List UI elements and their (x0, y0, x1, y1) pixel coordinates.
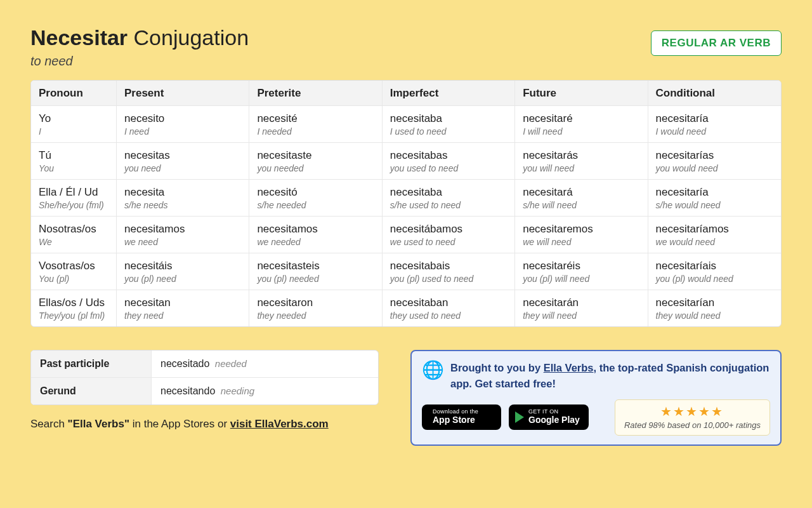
conjugation-cell: necesitanthey need (117, 290, 249, 326)
conjugation-cell: necesitaronthey needed (249, 290, 382, 326)
column-header: Preterite (249, 81, 382, 106)
conjugation-cell: necesitarás/he will need (515, 180, 648, 217)
conjugation-cell: necesitabasyou used to need (383, 143, 515, 180)
conjugation-cell: necesitaríaI would need (648, 106, 781, 143)
gerund-label: Gerund (31, 378, 152, 404)
column-header: Conditional (648, 81, 781, 106)
play-icon (515, 411, 524, 423)
conjugation-cell: necesitaríaisyou (pl) would need (648, 253, 781, 290)
conjugation-cell: necesitábamoswe used to need (383, 217, 515, 253)
pronoun-cell: TúYou (31, 143, 117, 180)
conjugation-cell: necesitasteyou needed (249, 143, 382, 180)
conjugation-cell: necesitabaisyou (pl) used to need (383, 253, 515, 290)
globe-icon: 🌐 (422, 361, 444, 379)
verb-name: Necesitar (30, 25, 128, 50)
conjugation-cell: necesitarásyou will need (515, 143, 648, 180)
pronoun-cell: Vosotras/osYou (pl) (31, 253, 117, 290)
promo-text: Brought to you by Ella Verbs, the top-ra… (450, 360, 770, 392)
conjugation-cell: necesitaréI will need (515, 106, 648, 143)
pronoun-cell: YoI (31, 106, 117, 143)
table-row: Ellas/os / UdsThey/you (pl fml)necesitan… (31, 290, 781, 326)
conjugation-cell: necesitaríasyou would need (648, 143, 781, 180)
page-title: Necesitar Conjugation (30, 25, 249, 50)
rating-text: Rated 98% based on 10,000+ ratings (624, 420, 761, 430)
google-play-button[interactable]: GET IT ONGoogle Play (509, 404, 589, 430)
column-header: Future (515, 81, 648, 106)
conjugation-cell: necesitamoswe need (117, 217, 249, 253)
rating-box: ★★★★★ Rated 98% based on 10,000+ ratings (615, 399, 770, 436)
pronoun-cell: Ella / Él / UdShe/he/you (fml) (31, 180, 117, 217)
column-header: Imperfect (383, 81, 515, 106)
column-header: Pronoun (31, 81, 117, 106)
title-suffix: Conjugation (134, 25, 249, 50)
conjugation-cell: necesitós/he needed (249, 180, 382, 217)
conjugation-cell: necesitáisyou (pl) need (117, 253, 249, 290)
conjugation-table: PronounPresentPreteriteImperfectFutureCo… (30, 80, 782, 327)
past-participle-label: Past participle (31, 351, 152, 378)
participle-table: Past participle necesitado needed Gerund… (30, 350, 379, 405)
conjugation-cell: necesitaríanthey would need (648, 290, 781, 326)
conjugation-cell: necesitaríamoswe would need (648, 217, 781, 253)
conjugation-cell: necesitaréisyou (pl) will need (515, 253, 648, 290)
table-row: YoInecesitoI neednecesitéI needednecesit… (31, 106, 781, 143)
verb-translation: to need (30, 54, 249, 69)
conjugation-cell: necesitoI need (117, 106, 249, 143)
ella-verbs-link[interactable]: Ella Verbs (544, 362, 594, 373)
table-row: TúYounecesitasyou neednecesitasteyou nee… (31, 143, 781, 180)
app-store-button[interactable]: Download on theApp Store (422, 404, 501, 430)
conjugation-cell: necesitasyou need (117, 143, 249, 180)
ellaverbs-link[interactable]: visit EllaVerbs.com (230, 418, 329, 430)
conjugation-cell: necesitarías/he would need (648, 180, 781, 217)
conjugation-cell: necesitéI needed (249, 106, 382, 143)
verb-type-badge: REGULAR AR VERB (651, 30, 782, 56)
conjugation-cell: necesitaránthey will need (515, 290, 648, 326)
column-header: Present (117, 81, 249, 106)
gerund-value: necesitando needing (152, 378, 378, 404)
conjugation-cell: necesitasteisyou (pl) needed (249, 253, 382, 290)
conjugation-cell: necesitaremoswe will need (515, 217, 648, 253)
table-row: Nosotras/osWenecesitamoswe neednecesitam… (31, 217, 781, 253)
past-participle-value: necesitado needed (152, 351, 378, 378)
pronoun-cell: Nosotras/osWe (31, 217, 117, 253)
conjugation-cell: necesitabanthey used to need (383, 290, 515, 326)
promo-box: 🌐 Brought to you by Ella Verbs, the top-… (410, 350, 782, 446)
table-row: Ella / Él / UdShe/he/you (fml)necesitas/… (31, 180, 781, 217)
conjugation-cell: necesitamoswe needed (249, 217, 382, 253)
conjugation-cell: necesitabaI used to need (383, 106, 515, 143)
conjugation-cell: necesitas/he needs (117, 180, 249, 217)
table-row: Vosotras/osYou (pl)necesitáisyou (pl) ne… (31, 253, 781, 290)
conjugation-cell: necesitabas/he used to need (383, 180, 515, 217)
pronoun-cell: Ellas/os / UdsThey/you (pl fml) (31, 290, 117, 326)
star-icons: ★★★★★ (624, 404, 761, 419)
search-instruction: Search "Ella Verbs" in the App Stores or… (30, 418, 379, 431)
